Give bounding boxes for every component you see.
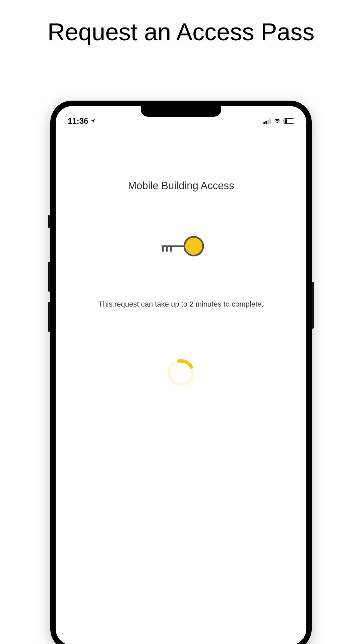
phone-notch bbox=[141, 106, 221, 117]
status-message: This request can take up to 2 minutes to… bbox=[56, 300, 306, 309]
phone-side-button bbox=[312, 282, 314, 329]
svg-point-5 bbox=[168, 359, 195, 386]
svg-point-0 bbox=[184, 237, 203, 256]
screen-content: Mobile Building Access This request can … bbox=[56, 129, 306, 388]
marketing-title: Request an Access Pass bbox=[0, 0, 362, 45]
key-icon bbox=[56, 235, 306, 257]
phone-screen: 11:36 bbox=[56, 106, 306, 644]
phone-side-button bbox=[48, 215, 50, 228]
phone-side-button bbox=[48, 262, 50, 292]
location-icon bbox=[90, 116, 96, 126]
cellular-signal-icon bbox=[263, 118, 271, 124]
status-time: 11:36 bbox=[68, 116, 88, 126]
wifi-icon bbox=[274, 118, 281, 124]
loading-spinner-icon bbox=[166, 357, 196, 388]
screen-title: Mobile Building Access bbox=[56, 180, 306, 192]
phone-frame: 11:36 bbox=[50, 101, 312, 644]
status-bar-left: 11:36 bbox=[68, 116, 96, 126]
status-bar-right bbox=[263, 118, 294, 124]
battery-icon bbox=[284, 118, 294, 124]
phone-side-button bbox=[48, 302, 50, 332]
battery-level bbox=[285, 119, 287, 123]
